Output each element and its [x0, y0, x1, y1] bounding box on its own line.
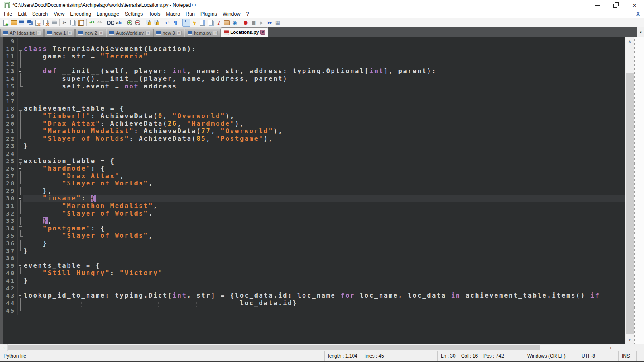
code-text[interactable]: lookup_id_to_name: typing.Dict[int, str]…	[23, 292, 625, 300]
undo-icon[interactable]	[88, 19, 96, 27]
menu-language[interactable]: Language	[94, 11, 122, 17]
code-text[interactable]: "Marathon Medalist": AchieveData(77, "Ov…	[23, 128, 625, 135]
code-text[interactable]: "Drax Attax": AchieveData(26, "Hardmode"…	[23, 120, 625, 128]
macro-stop-recording-icon[interactable]	[250, 19, 258, 27]
status-typing-mode[interactable]: INS	[618, 351, 636, 361]
macro-run-multiple-icon[interactable]	[266, 19, 274, 27]
tab-close-icon[interactable]: ×	[260, 30, 265, 35]
close-document-icon[interactable]: X	[636, 11, 640, 17]
save-all-icon[interactable]	[26, 19, 34, 27]
fold-collapse-icon[interactable]	[17, 262, 23, 270]
show-all-characters-icon[interactable]	[171, 19, 180, 27]
code-text[interactable]: "postgame": {	[23, 225, 625, 232]
resize-grip[interactable]	[636, 351, 644, 361]
code-text[interactable]: events_table = {	[23, 262, 625, 270]
copy-icon[interactable]	[69, 19, 77, 27]
zoom-out-icon[interactable]	[134, 19, 142, 27]
code-text[interactable]: "Slayer of Worlds",	[23, 180, 625, 187]
fold-collapse-icon[interactable]	[17, 165, 23, 173]
code-text[interactable]: super().__init__(player, name, address, …	[23, 75, 625, 83]
word-wrap-icon[interactable]	[163, 19, 171, 27]
code-text[interactable]: "Drax Attax",	[23, 173, 625, 180]
menu-settings[interactable]: Settings	[122, 11, 146, 17]
code-text[interactable]: "Slayer of Worlds": AchieveData(85, "Pos…	[23, 135, 625, 143]
close-file-icon[interactable]	[34, 19, 42, 27]
tab-new-1[interactable]: new 1×	[44, 29, 75, 37]
vertical-scroll-track[interactable]	[625, 45, 634, 335]
code-text[interactable]: "Slayer of Worlds",	[23, 232, 625, 240]
macro-start-recording-icon[interactable]	[242, 19, 250, 27]
code-text[interactable]: }	[23, 277, 625, 285]
document-map-icon[interactable]	[198, 19, 206, 27]
code-text[interactable]: exclusion_table = {	[23, 158, 625, 165]
tab-close-icon[interactable]: ×	[36, 31, 41, 35]
tab-ap-ideas-txt[interactable]: AP Ideas.txt×	[0, 29, 44, 37]
menu-tools[interactable]: Tools	[146, 11, 163, 17]
menu-search[interactable]: Search	[29, 11, 51, 17]
fold-collapse-icon[interactable]	[17, 292, 23, 300]
tab-new-3[interactable]: new 3×	[153, 29, 184, 37]
vertical-scrollbar[interactable]: ∧ ∨	[625, 37, 634, 344]
fold-collapse-icon[interactable]	[17, 105, 23, 113]
tab-new-2[interactable]: new 2×	[75, 29, 106, 37]
code-text[interactable]	[23, 285, 625, 292]
code-text[interactable]	[23, 90, 625, 98]
find-icon[interactable]	[107, 19, 115, 27]
redo-icon[interactable]	[96, 19, 104, 27]
code-text[interactable]	[23, 98, 625, 105]
tab-autoworld-py[interactable]: AutoWorld.py×	[107, 29, 153, 37]
vertical-scroll-thumb[interactable]	[626, 73, 634, 334]
menu-edit[interactable]: Edit	[15, 11, 29, 17]
code-text[interactable]: def __init__(self, player: int, name: st…	[23, 68, 625, 75]
tab-close-icon[interactable]: ×	[177, 31, 182, 35]
menu-window[interactable]: Window	[220, 11, 243, 17]
tab-close-icon[interactable]: ×	[99, 31, 103, 35]
code-text[interactable]: "insane": {	[23, 195, 625, 202]
scroll-up-arrow-icon[interactable]: ∧	[625, 37, 634, 45]
close-button[interactable]	[625, 0, 644, 10]
fold-collapse-icon[interactable]	[17, 158, 23, 165]
code-text[interactable]: "hardmode": {	[23, 165, 625, 173]
scroll-down-arrow-icon[interactable]: ∨	[625, 335, 634, 344]
cut-icon[interactable]	[61, 19, 69, 27]
tab-locations-py[interactable]: Locations.py×	[221, 27, 268, 37]
code-editor[interactable]: 910class TerrariaAchievement(Location):1…	[3, 37, 625, 344]
code-text[interactable]	[23, 255, 625, 262]
menu-macro[interactable]: Macro	[163, 11, 183, 17]
new-file-icon[interactable]	[2, 19, 10, 27]
menu-run[interactable]: Run	[183, 11, 198, 17]
code-text[interactable]: "Slayer of Worlds",	[23, 210, 625, 218]
horizontal-scroll-track[interactable]	[8, 344, 607, 351]
close-all-files-icon[interactable]	[42, 19, 50, 27]
fold-collapse-icon[interactable]	[17, 195, 23, 202]
open-file-icon[interactable]	[10, 19, 18, 27]
code-text[interactable]: self.event = not address	[23, 83, 625, 90]
code-text[interactable]: class TerrariaAchievement(Location):	[23, 45, 625, 53]
tab-close-icon[interactable]: ×	[67, 31, 72, 35]
define-language-icon[interactable]	[190, 19, 198, 27]
menu-[interactable]: ?	[244, 11, 252, 17]
code-text[interactable]: }	[23, 142, 625, 150]
code-text[interactable]	[23, 60, 625, 68]
code-text[interactable]: }	[23, 247, 625, 255]
paste-icon[interactable]	[77, 19, 85, 27]
tab-scroll-left-icon[interactable]: ◂	[637, 27, 644, 37]
horizontal-scrollbar[interactable]: ‹ ›	[0, 344, 644, 351]
function-list-icon[interactable]	[215, 19, 223, 27]
document-list-icon[interactable]	[206, 19, 215, 27]
code-text[interactable]: game: str = "Terraria"	[23, 53, 625, 60]
print-icon[interactable]	[50, 19, 58, 27]
tab-items-py[interactable]: Items.py×	[185, 29, 221, 37]
tab-close-icon[interactable]: ×	[213, 31, 218, 35]
menu-view[interactable]: View	[51, 11, 67, 17]
menu-file[interactable]: File	[1, 11, 15, 17]
scroll-left-arrow-icon[interactable]: ‹	[0, 344, 8, 351]
code-text[interactable]: },	[23, 217, 625, 225]
replace-icon[interactable]	[115, 19, 123, 27]
code-text[interactable]: }	[23, 240, 625, 247]
scroll-right-arrow-icon[interactable]: ›	[607, 344, 614, 351]
horizontal-scroll-thumb[interactable]	[8, 345, 540, 350]
monitoring-icon[interactable]	[231, 19, 239, 27]
code-text[interactable]: "Still Hungry": "Victory"	[23, 269, 625, 277]
show-indent-guide-icon[interactable]	[182, 19, 190, 27]
